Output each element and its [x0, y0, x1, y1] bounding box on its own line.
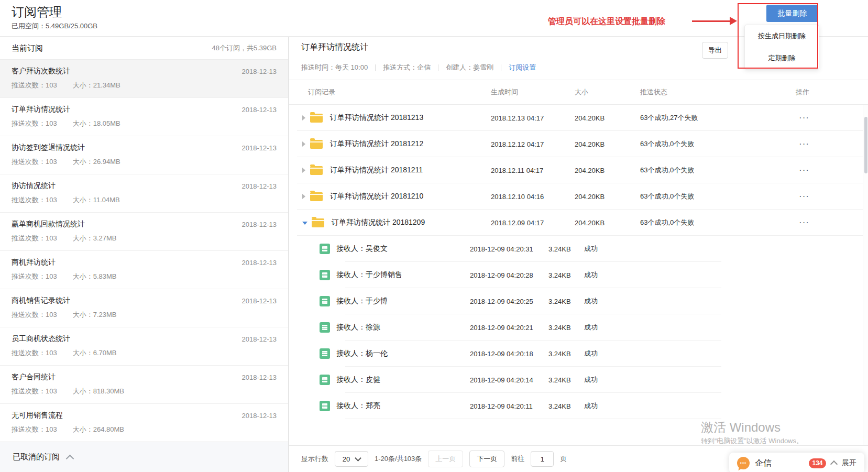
export-button[interactable]: 导出: [702, 42, 728, 59]
record-row: 接收人：杨一伦 2018-12-09 04:20:18 3.24KB 成功: [289, 341, 868, 367]
batch-delete-menu: 按生成日期删除 定期删除: [744, 25, 819, 70]
subscription-item-header: 客户拜访次数统计 2018-12-13: [12, 67, 277, 76]
push-count: 推送次数：103: [12, 234, 57, 243]
meta-divider: [438, 64, 438, 71]
subscription-date: 2018-12-13: [242, 221, 277, 228]
prev-page-button[interactable]: 上一页: [428, 451, 463, 467]
subscription-item-header: 协访签到签退情况统计 2018-12-13: [12, 143, 277, 152]
subscription-size: 大小：26.94MB: [73, 157, 120, 167]
more-actions-button[interactable]: ···: [799, 113, 809, 123]
expander-icon[interactable]: [302, 115, 305, 120]
record-status: 成功: [584, 401, 647, 411]
subscription-meta: 推送次数：103 大小：3.27MB: [12, 234, 277, 243]
record-size: 3.24KB: [548, 402, 584, 410]
page-title: 订阅管理: [12, 4, 62, 20]
subscription-list-item[interactable]: 协访签到签退情况统计 2018-12-13 推送次数：103 大小：26.94M…: [0, 136, 288, 174]
subscription-date: 2018-12-13: [242, 259, 277, 267]
push-count: 推送次数：103: [12, 81, 57, 90]
folder-icon: [310, 192, 323, 201]
subscription-list-item[interactable]: 商机拜访统计 2018-12-13 推送次数：103 大小：5.83MB: [0, 251, 288, 289]
subscription-item-header: 商机销售记录统计 2018-12-13: [12, 296, 277, 305]
expander-icon[interactable]: [302, 194, 305, 199]
expander-icon[interactable]: [302, 222, 307, 225]
subscription-list-item[interactable]: 协访情况统计 2018-12-13 推送次数：103 大小：11.04MB: [0, 174, 288, 213]
table-body: 订单拜访情况统计 20181213 2018.12.13 04:17 204.2…: [289, 105, 868, 419]
unread-count-badge: 134: [809, 458, 826, 468]
subscription-item-header: 客户合同统计 2018-12-13: [12, 372, 277, 382]
subscription-management-screen: 订阅管理 已用空间：5.49GB/25.00GB 管理员可以在这里设置批量删除 …: [0, 0, 868, 472]
folder-icon: [312, 218, 324, 227]
subscription-list-item[interactable]: 商机销售记录统计 2018-12-13 推送次数：103 大小：7.23MB: [0, 289, 288, 327]
next-page-button[interactable]: 下一页: [469, 451, 504, 467]
folder-name-cell: 订单拜访情况统计 20181211: [289, 166, 491, 175]
folder-name-cell: 订单拜访情况统计 20181212: [289, 139, 491, 149]
subscription-list-item[interactable]: 客户合同统计 2018-12-13 推送次数：103 大小：818.30MB: [0, 366, 288, 404]
left-panel-header: 当前订阅 48个订阅，共5.39GB: [0, 37, 288, 60]
rows-per-page-select[interactable]: 20: [335, 451, 368, 467]
folder-row[interactable]: 订单拜访情况统计 20181210 2018.12.10 04:16 204.2…: [289, 183, 868, 210]
folder-size: 204.20KB: [575, 193, 640, 201]
subscription-meta: 推送次数：103 大小：7.23MB: [12, 310, 277, 320]
push-count: 推送次数：103: [12, 425, 57, 434]
current-subscriptions-panel: 当前订阅 48个订阅，共5.39GB 客户拜访次数统计 2018-12-13 推…: [0, 37, 289, 472]
record-size: 3.24KB: [548, 245, 584, 253]
subscription-meta: 推送次数：103 大小：18.05MB: [12, 119, 277, 128]
subscription-list-item[interactable]: 赢单商机回款情况统计 2018-12-13 推送次数：103 大小：3.27MB: [0, 213, 288, 251]
menu-item-delete-by-date[interactable]: 按生成日期删除: [745, 25, 819, 47]
qixin-taskbar-card[interactable]: ••• 企信 134 展开: [729, 453, 864, 472]
folder-size: 204.20KB: [575, 140, 640, 148]
more-actions-button[interactable]: ···: [799, 165, 809, 175]
folder-row[interactable]: 订单拜访情况统计 20181212 2018.12.12 04:17 204.2…: [289, 131, 868, 157]
cancelled-subscriptions-toggle[interactable]: 已取消的订阅: [0, 442, 288, 472]
subscription-list-item[interactable]: 无可用销售流程 2018-12-13 推送次数：103 大小：264.80MB: [0, 404, 288, 442]
more-actions-button[interactable]: ···: [799, 139, 809, 149]
subscription-meta: 推送次数：103 大小：26.94MB: [12, 157, 277, 167]
subscription-title: 客户合同统计: [12, 372, 56, 382]
folder-icon: [310, 114, 323, 123]
spreadsheet-icon: [320, 322, 330, 333]
subscription-meta: 推送次数：103 大小：21.34MB: [12, 81, 277, 90]
folder-row[interactable]: 订单拜访情况统计 20181213 2018.12.13 04:17 204.2…: [289, 105, 868, 131]
left-panel-title: 当前订阅: [12, 43, 43, 53]
subscription-meta: 推送次数：103 大小：818.30MB: [12, 387, 277, 396]
scrollbar-thumb[interactable]: [864, 117, 867, 173]
push-count: 推送次数：103: [12, 348, 57, 358]
subscription-date: 2018-12-13: [242, 182, 277, 190]
subscription-item-header: 无可用销售流程 2018-12-13: [12, 411, 277, 420]
chevron-up-icon: [830, 460, 838, 468]
push-time-text: 推送时间：每天 10:00: [301, 63, 368, 72]
record-size: 3.24KB: [548, 298, 584, 305]
spreadsheet-icon: [320, 348, 330, 359]
folder-created-time: 2018.12.10 04:16: [491, 193, 575, 201]
subscription-size: 大小：11.04MB: [73, 195, 120, 205]
record-receiver: 接收人：郑亮: [336, 401, 470, 411]
record-time: 2018-12-09 04:20:18: [470, 350, 548, 358]
record-time: 2018-12-09 04:20:25: [470, 298, 548, 305]
menu-item-scheduled-delete[interactable]: 定期删除: [745, 47, 819, 69]
expand-button[interactable]: 展开: [842, 458, 856, 468]
goto-page-label: 前往: [511, 454, 524, 464]
subscription-list-item[interactable]: 员工商机状态统计 2018-12-13 推送次数：103 大小：6.70MB: [0, 327, 288, 366]
subscription-meta: 推送次数：103 大小：11.04MB: [12, 195, 277, 205]
subscription-date: 2018-12-13: [242, 68, 277, 75]
folder-row[interactable]: 订单拜访情况统计 20181211 2018.12.11 04:17 204.2…: [289, 157, 868, 183]
more-actions-button[interactable]: ···: [799, 217, 809, 227]
column-header-created-time: 生成时间: [491, 87, 575, 97]
subscription-settings-link[interactable]: 订阅设置: [509, 63, 536, 72]
expander-icon[interactable]: [302, 141, 305, 147]
subscription-list-item[interactable]: 订单拜访情况统计 2018-12-13 推送次数：103 大小：18.05MB: [0, 98, 288, 136]
folder-row[interactable]: 订单拜访情况统计 20181209 2018.12.09 04:17 204.2…: [289, 210, 868, 236]
batch-delete-button[interactable]: 批量删除: [766, 5, 818, 22]
more-actions-button[interactable]: ···: [799, 191, 809, 201]
subscription-date: 2018-12-13: [242, 297, 277, 305]
record-size: 3.24KB: [548, 350, 584, 358]
subscription-title: 协访签到签退情况统计: [12, 143, 85, 152]
push-count: 推送次数：103: [12, 157, 57, 167]
record-receiver: 接收人：于少博: [336, 297, 470, 306]
record-row: 接收人：徐源 2018-12-09 04:20:21 3.24KB 成功: [289, 314, 868, 341]
goto-page-input[interactable]: [531, 451, 554, 467]
chevron-down-icon: [355, 455, 361, 462]
expander-icon[interactable]: [302, 168, 305, 173]
subscription-list-item[interactable]: 客户拜访次数统计 2018-12-13 推送次数：103 大小：21.34MB: [0, 60, 288, 98]
record-time: 2018-12-09 04:20:31: [470, 245, 548, 253]
